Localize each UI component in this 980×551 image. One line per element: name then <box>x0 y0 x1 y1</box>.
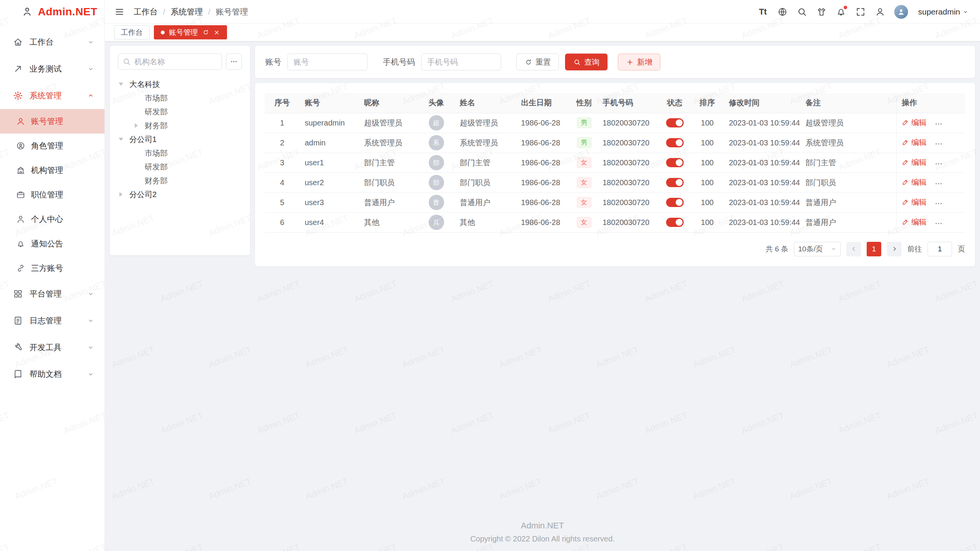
profile-icon <box>16 215 25 224</box>
sidebar-item-dev-tools[interactable]: 开发工具 <box>0 334 105 361</box>
status-toggle[interactable] <box>666 138 684 147</box>
search-icon[interactable] <box>797 7 807 17</box>
sidebar-item-label: 平台管理 <box>29 289 87 299</box>
phone-input[interactable] <box>421 54 501 70</box>
cell-account: admin <box>299 133 359 153</box>
status-toggle[interactable] <box>666 198 684 207</box>
breadcrumb-item[interactable]: 系统管理 <box>171 7 203 17</box>
bell-icon <box>16 239 25 248</box>
breadcrumb-item[interactable]: 工作台 <box>134 7 158 17</box>
tree-node[interactable]: 分公司1 <box>118 132 242 146</box>
edit-button[interactable]: 编辑 <box>902 217 927 227</box>
more-actions-icon[interactable] <box>934 219 943 228</box>
sidebar-item-third-party-account[interactable]: 三方账号 <box>0 256 105 280</box>
goto-page-input[interactable] <box>928 242 952 256</box>
book-icon <box>13 369 23 379</box>
close-icon[interactable] <box>213 29 220 36</box>
sidebar-item-log-management[interactable]: 日志管理 <box>0 307 105 334</box>
col-header-remark: 备注 <box>800 93 896 113</box>
home-icon <box>13 37 23 47</box>
tree-node-label: 财务部 <box>145 121 168 131</box>
account-input[interactable] <box>287 54 368 70</box>
tree-node[interactable]: 分公司2 <box>118 187 242 201</box>
edit-label: 编辑 <box>911 137 927 148</box>
cell-account: user1 <box>299 153 359 173</box>
status-toggle[interactable] <box>666 158 684 167</box>
logo[interactable]: Admin.NET <box>0 0 105 23</box>
phone-label: 手机号码 <box>383 57 415 67</box>
tab-workbench[interactable]: 工作台 <box>114 25 150 39</box>
user-center-icon[interactable] <box>875 7 885 17</box>
caret-icon[interactable] <box>119 137 129 142</box>
sidebar-item-personal-center[interactable]: 个人中心 <box>0 207 105 231</box>
caret-icon[interactable] <box>119 192 129 197</box>
notification-icon[interactable] <box>836 7 846 17</box>
chevron-down-icon <box>962 9 969 15</box>
tree-node[interactable]: 市场部 <box>118 91 242 105</box>
language-icon[interactable] <box>777 7 787 17</box>
tree-node[interactable]: 财务部 <box>118 174 242 187</box>
status-toggle[interactable] <box>666 178 684 187</box>
sidebar-item-position-management[interactable]: 职位管理 <box>0 183 105 207</box>
edit-button[interactable]: 编辑 <box>902 117 927 128</box>
user-menu[interactable]: superadmin <box>918 7 969 16</box>
caret-icon[interactable] <box>119 82 129 86</box>
edit-button[interactable]: 编辑 <box>902 197 927 207</box>
footer-copyright: Copyright © 2022 Dilon All rights reserv… <box>105 535 980 543</box>
sidebar-item-notice[interactable]: 通知公告 <box>0 231 105 256</box>
edit-button[interactable]: 编辑 <box>902 137 927 148</box>
edit-button[interactable]: 编辑 <box>902 157 927 168</box>
prev-page-button[interactable] <box>846 242 861 256</box>
reset-button[interactable]: 重置 <box>516 54 559 70</box>
chevron-down-icon <box>87 370 95 378</box>
sidebar-item-label: 通知公告 <box>31 238 105 249</box>
sidebar-item-platform-management[interactable]: 平台管理 <box>0 280 105 307</box>
cell-modified: 2023-01-03 10:59:44 <box>724 153 800 173</box>
status-toggle[interactable] <box>666 218 684 227</box>
font-size-icon[interactable]: Tt <box>758 7 768 17</box>
goto-suffix: 页 <box>958 244 965 254</box>
cell-remark: 部门职员 <box>800 173 896 192</box>
more-actions-icon[interactable] <box>934 140 943 148</box>
sidebar-item-account-management[interactable]: 账号管理 <box>0 109 105 134</box>
tree-node[interactable]: 研发部 <box>118 105 242 119</box>
more-actions-icon[interactable] <box>934 179 943 188</box>
sidebar-item-help-docs[interactable]: 帮助文档 <box>0 361 105 388</box>
avatar[interactable] <box>894 5 908 19</box>
test-icon <box>13 64 23 74</box>
col-header-actions: 操作 <box>896 93 965 113</box>
sidebar-item-system-management[interactable]: 系统管理 <box>0 82 105 109</box>
col-header-order: 排序 <box>691 93 724 113</box>
refresh-icon[interactable] <box>202 29 209 36</box>
tree-more-button[interactable] <box>226 54 242 70</box>
tree-node[interactable]: 市场部 <box>118 146 242 160</box>
cell-name: 部门职员 <box>454 173 516 192</box>
sidebar-item-business-test[interactable]: 业务测试 <box>0 55 105 82</box>
more-actions-icon[interactable] <box>934 160 943 168</box>
fullscreen-icon[interactable] <box>855 7 866 17</box>
next-page-button[interactable] <box>887 242 902 256</box>
org-search-input[interactable] <box>118 54 222 70</box>
search-button[interactable]: 查询 <box>565 54 608 70</box>
page-number-button[interactable]: 1 <box>867 242 881 256</box>
org-tree-panel: 大名科技 市场部 研发部 财务部 分公司1 市场部 研发部 财务部 分公司2 <box>110 46 250 255</box>
more-actions-icon[interactable] <box>934 199 943 208</box>
tree-node[interactable]: 大名科技 <box>118 77 242 91</box>
status-toggle[interactable] <box>666 118 684 127</box>
add-button[interactable]: 新增 <box>618 54 660 70</box>
tree-node[interactable]: 财务部 <box>118 119 242 132</box>
edit-button[interactable]: 编辑 <box>902 177 927 187</box>
caret-icon[interactable] <box>135 123 145 128</box>
sidebar-menu: 工作台 业务测试 系统管理 账号管理 角色管理 <box>0 23 105 551</box>
hamburger-icon[interactable] <box>114 7 124 17</box>
more-actions-icon[interactable] <box>934 120 943 128</box>
sidebar-item-workbench[interactable]: 工作台 <box>0 29 105 55</box>
page-size-select[interactable]: 10条/页 <box>794 242 841 256</box>
col-header-status: 状态 <box>658 93 691 113</box>
tree-node[interactable]: 研发部 <box>118 160 242 174</box>
theme-icon[interactable] <box>816 7 826 17</box>
sidebar-item-org-management[interactable]: 机构管理 <box>0 158 105 183</box>
chevron-down-icon <box>87 290 95 298</box>
tab-account-management[interactable]: 账号管理 <box>154 25 227 39</box>
sidebar-item-role-management[interactable]: 角色管理 <box>0 134 105 158</box>
